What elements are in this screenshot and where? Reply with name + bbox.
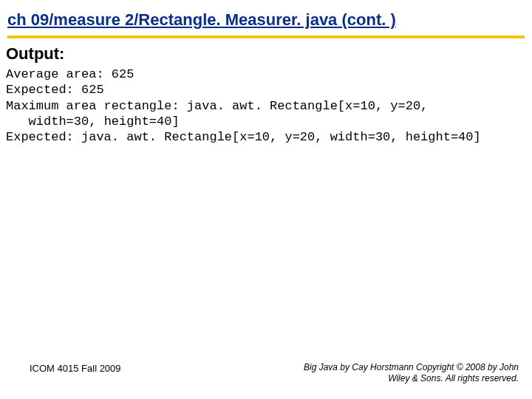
slide-title: ch 09/measure 2/Rectangle. Measurer. jav… [7,10,525,33]
footer-course: ICOM 4015 Fall 2009 [30,363,121,374]
footer-copyright: Big Java by Cay Horstmann Copyright © 20… [290,362,519,384]
slide: ch 09/measure 2/Rectangle. Measurer. jav… [0,0,532,399]
title-underline [7,35,525,38]
output-block: Average area: 625 Expected: 625 Maximum … [6,66,526,145]
output-heading: Output: [6,44,64,64]
